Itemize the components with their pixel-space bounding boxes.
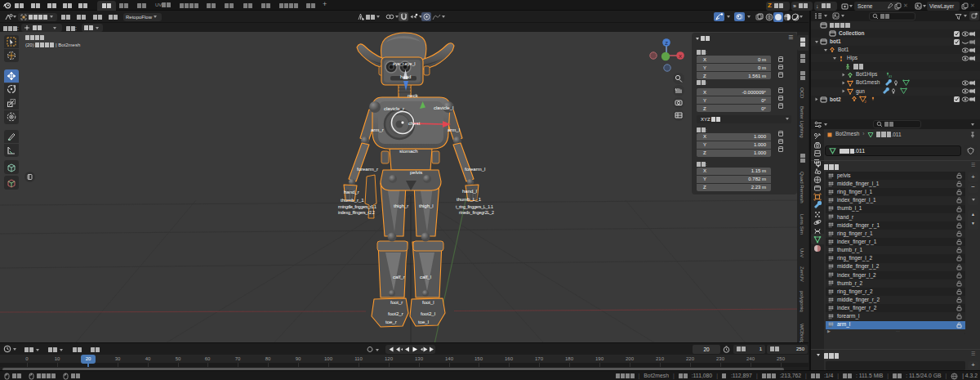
svg-text:chest: chest: [408, 121, 421, 126]
svg-text:clavicle_r: clavicle_r: [384, 106, 404, 111]
svg-text:arm_l: arm_l: [448, 127, 460, 132]
svg-text:t_ring_finggers_L_1.1: t_ring_finggers_L_1.1: [456, 204, 493, 209]
svg-text:indexg_ffingers_r2.2: indexg_ffingers_r2.2: [338, 210, 375, 215]
svg-text:calf_r: calf_r: [393, 275, 405, 279]
svg-text:forearm_l: forearm_l: [465, 167, 485, 172]
svg-text:forearm_r: forearm_r: [357, 167, 378, 172]
svg-text:2: 2: [864, 100, 866, 104]
svg-text:foot2_r: foot2_r: [388, 311, 403, 316]
svg-text:thigh_r: thigh_r: [394, 203, 408, 208]
svg-text:foot_l: foot_l: [422, 300, 434, 305]
svg-text:foot_r: foot_r: [390, 300, 403, 305]
svg-text:thumb_r_1: thumb_r_1: [341, 198, 364, 203]
svg-text:toe_r: toe_r: [385, 320, 397, 324]
svg-text:hand_r: hand_r: [344, 190, 359, 194]
svg-text:eye_r.eye_l: eye_r.eye_l: [393, 61, 416, 66]
svg-text:hand_l: hand_l: [462, 189, 477, 194]
svg-text:43: 43: [889, 74, 892, 78]
svg-text:toe_l: toe_l: [418, 320, 429, 324]
svg-text:thigh_l: thigh_l: [419, 203, 434, 208]
svg-text:neck: neck: [408, 93, 419, 98]
svg-text:foot2_l: foot2_l: [421, 311, 435, 316]
svg-text:calf_l: calf_l: [420, 275, 431, 279]
svg-text:thumb_L_1: thumb_L_1: [457, 197, 482, 202]
svg-text:X: X: [679, 54, 682, 59]
svg-text:arm_r: arm_r: [371, 127, 384, 132]
svg-text:pelvis: pelvis: [410, 170, 422, 175]
svg-text:clavicle_l: clavicle_l: [434, 105, 453, 110]
svg-text:stomach: stomach: [399, 149, 418, 154]
svg-text:rmingdle_finggers_r1.1: rmingdle_finggers_r1.1: [338, 204, 376, 209]
svg-text:rinedx_fingegr2L_2: rinedx_fingegr2L_2: [459, 210, 494, 215]
svg-text:Z: Z: [665, 41, 668, 46]
svg-text:head: head: [400, 74, 411, 79]
